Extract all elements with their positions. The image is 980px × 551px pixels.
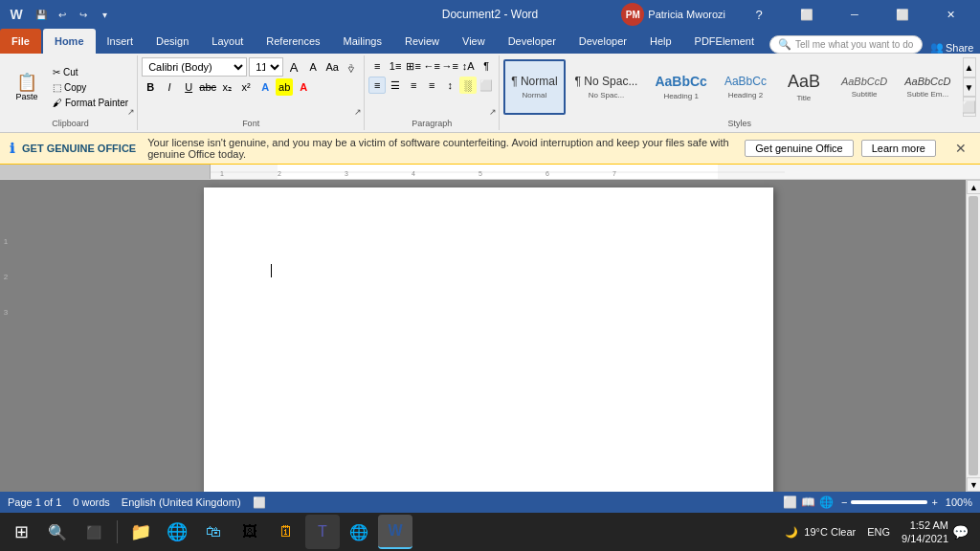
format-painter-button[interactable]: 🖌 Format Painter — [48, 96, 133, 110]
word-taskbar-button[interactable]: W — [378, 515, 412, 549]
photos-button[interactable]: 🖼 — [233, 515, 267, 549]
clear-format-btn[interactable]: ⎀ — [343, 58, 360, 76]
decrease-indent-button[interactable]: ←≡ — [423, 57, 440, 75]
read-mode-btn[interactable]: 📖 — [801, 496, 815, 509]
increase-indent-button[interactable]: →≡ — [441, 57, 458, 75]
search-button[interactable]: 🔍 — [40, 515, 75, 549]
tab-developer[interactable]: Developer — [497, 29, 568, 54]
notification-center-button[interactable]: 💬 — [952, 524, 969, 540]
minimize-button[interactable]: ─ — [833, 0, 877, 29]
store-button[interactable]: 🛍 — [196, 515, 231, 549]
web-layout-btn[interactable]: 🌐 — [819, 496, 834, 509]
zoom-in-icon[interactable]: + — [931, 496, 937, 508]
sort-button[interactable]: ↕A — [459, 57, 477, 75]
scroll-up-button[interactable]: ▲ — [967, 180, 980, 194]
maximize-button[interactable]: ⬜ — [880, 0, 924, 29]
help-button[interactable]: ? — [737, 0, 781, 29]
underline-button[interactable]: U — [180, 78, 197, 96]
tab-home[interactable]: Home — [43, 29, 96, 54]
align-right-button[interactable]: ≡ — [405, 77, 422, 94]
font-family-select[interactable]: Calibri (Body) — [142, 57, 247, 77]
notification-close[interactable]: ✕ — [951, 141, 970, 156]
increase-font-btn[interactable]: A — [285, 58, 302, 76]
share-button[interactable]: 👥 Share — [923, 41, 980, 54]
zoom-slider[interactable]: − + 100% — [841, 496, 972, 508]
clock[interactable]: 1:52 AM 9/14/2021 — [902, 518, 948, 546]
highlight-button[interactable]: ab — [276, 78, 293, 96]
tab-developer2[interactable]: Developer — [568, 29, 638, 54]
start-button[interactable]: ⊞ — [4, 515, 38, 549]
show-hide-button[interactable]: ¶ — [478, 57, 495, 75]
redo-qa-button[interactable]: ↪ — [75, 6, 92, 23]
style-no-spacing[interactable]: ¶ No Spac... No Spac... — [568, 59, 646, 115]
scroll-thumb[interactable] — [969, 196, 978, 475]
borders-button[interactable]: ⬜ — [478, 77, 495, 94]
accessibility-icon[interactable]: ⬜ — [253, 496, 266, 509]
copy-button[interactable]: ⬚ Copy — [48, 80, 133, 95]
tab-file[interactable]: File — [0, 29, 41, 54]
scroll-down-button[interactable]: ▼ — [967, 477, 980, 492]
style-subtle-em[interactable]: AaBbCcD Subtle Em... — [897, 59, 958, 115]
tab-design[interactable]: Design — [145, 29, 200, 54]
style-heading1[interactable]: AaBbCc Heading 1 — [647, 59, 714, 115]
customize-qa-button[interactable]: ▾ — [96, 6, 113, 23]
justify-button[interactable]: ≡ — [423, 77, 440, 94]
tab-layout[interactable]: Layout — [200, 29, 255, 54]
bold-button[interactable]: B — [142, 78, 159, 96]
document-area[interactable] — [11, 180, 966, 492]
vertical-scrollbar[interactable]: ▲ ▼ — [966, 180, 980, 492]
font-color-button[interactable]: A — [295, 78, 312, 96]
zoom-out-icon[interactable]: − — [841, 496, 847, 508]
browser-button[interactable]: 🌐 — [342, 515, 376, 549]
paragraph-expand[interactable]: ↗ — [489, 107, 497, 117]
cut-button[interactable]: ✂ Cut — [48, 65, 133, 79]
style-heading2[interactable]: AaBbCc Heading 2 — [717, 59, 774, 115]
file-explorer-button[interactable]: 📁 — [123, 515, 158, 549]
tab-pdfelement[interactable]: PDFElement — [683, 29, 766, 54]
user-avatar[interactable]: PM — [621, 3, 644, 26]
calendar-button[interactable]: 🗓 — [269, 515, 303, 549]
save-qa-button[interactable]: 💾 — [33, 6, 50, 23]
numbering-button[interactable]: 1≡ — [387, 57, 404, 75]
tab-references[interactable]: References — [255, 29, 331, 54]
style-subtitle[interactable]: AaBbCcD Subtitle — [834, 59, 895, 115]
get-genuine-button[interactable]: Get genuine Office — [745, 140, 854, 157]
edge-button[interactable]: 🌐 — [160, 515, 194, 549]
line-spacing-button[interactable]: ↕ — [441, 77, 458, 94]
print-layout-btn[interactable]: ⬜ — [783, 496, 797, 509]
tab-view[interactable]: View — [451, 29, 497, 54]
tab-mailings[interactable]: Mailings — [332, 29, 393, 54]
strikethrough-button[interactable]: abc — [199, 78, 216, 96]
paste-button[interactable]: 📋 Paste — [8, 60, 46, 114]
bullets-button[interactable]: ≡ — [368, 57, 386, 75]
align-left-button[interactable]: ≡ — [368, 77, 386, 94]
undo-qa-button[interactable]: ↩ — [54, 6, 71, 23]
tab-insert[interactable]: Insert — [96, 29, 145, 54]
styles-expand[interactable]: ⬜ — [963, 97, 976, 117]
subscript-button[interactable]: x₂ — [218, 78, 235, 96]
tell-me-input[interactable]: 🔍 Tell me what you want to do — [769, 35, 923, 54]
align-center-button[interactable]: ☰ — [387, 77, 404, 94]
teams-button[interactable]: T — [305, 515, 340, 549]
task-view-button[interactable]: ⬛ — [77, 515, 111, 549]
tab-review[interactable]: Review — [393, 29, 451, 54]
superscript-button[interactable]: x² — [237, 78, 255, 96]
style-normal[interactable]: ¶ Normal Normal — [503, 59, 565, 115]
learn-more-button[interactable]: Learn more — [861, 140, 936, 157]
styles-scroll-down[interactable]: ▼ — [963, 77, 976, 98]
font-expand[interactable]: ↗ — [354, 107, 362, 117]
decrease-font-btn[interactable]: A — [304, 58, 322, 76]
italic-button[interactable]: I — [161, 78, 178, 96]
font-size-select[interactable]: 11 — [249, 57, 283, 77]
shading-button[interactable]: ░ — [459, 77, 477, 94]
tab-help[interactable]: Help — [638, 29, 683, 54]
style-title[interactable]: AaB Title — [776, 59, 832, 115]
multilevel-list-button[interactable]: ⊞≡ — [405, 57, 422, 75]
styles-scroll-up[interactable]: ▲ — [963, 57, 976, 77]
clipboard-expand[interactable]: ↗ — [127, 107, 135, 117]
ribbon-display-button[interactable]: ⬜ — [785, 0, 829, 29]
text-effect-button[interactable]: A — [256, 78, 274, 96]
document-page[interactable] — [204, 187, 773, 492]
close-button[interactable]: ✕ — [928, 0, 972, 29]
change-case-btn[interactable]: Aa — [323, 58, 341, 76]
